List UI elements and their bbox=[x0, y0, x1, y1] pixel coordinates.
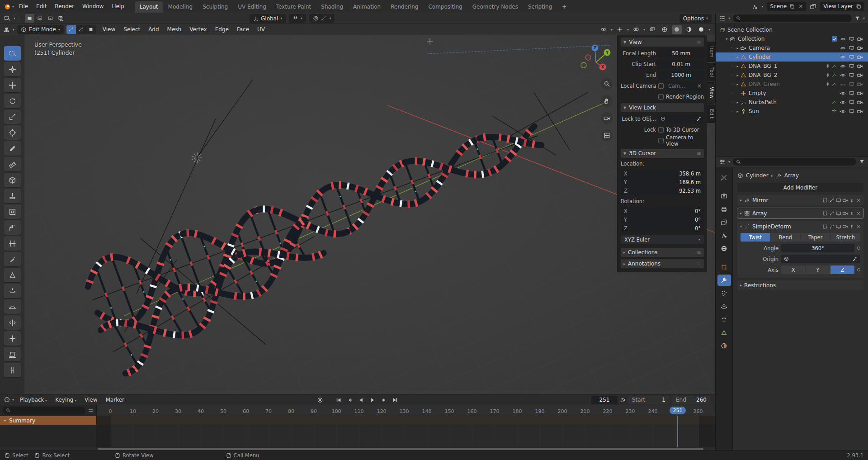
outliner-collection-row[interactable]: ▾ Collection bbox=[716, 34, 868, 43]
outliner-item-dna_bg_1[interactable]: •▸DNA_BG_1 bbox=[716, 62, 868, 71]
filter-icon[interactable] bbox=[854, 15, 860, 21]
viewport-menu-face[interactable]: Face bbox=[233, 25, 253, 34]
annotations-panel-header[interactable]: ▸ Annotations ≡ bbox=[621, 259, 704, 268]
tool-bevel[interactable] bbox=[4, 220, 21, 235]
viewport-menu-vertex[interactable]: Vertex bbox=[185, 25, 211, 34]
add-modifier-button[interactable]: Add Modifier bbox=[737, 183, 863, 192]
render-camera-icon[interactable] bbox=[857, 81, 863, 87]
origin-field[interactable] bbox=[781, 255, 860, 263]
clip-end-field[interactable]: 1000 m bbox=[658, 71, 704, 79]
on-cage-toggle-icon[interactable] bbox=[822, 198, 828, 203]
overlays-icon-button[interactable] bbox=[631, 25, 641, 34]
screen-icon[interactable] bbox=[849, 63, 854, 69]
to-3d-cursor-checkbox[interactable] bbox=[658, 127, 664, 133]
tool-extrude[interactable] bbox=[4, 189, 21, 203]
expand-caret-icon[interactable]: ▸ bbox=[735, 64, 741, 68]
extras-menu-icon[interactable] bbox=[849, 211, 855, 216]
clip-start-field[interactable]: 0.01 m bbox=[658, 60, 704, 68]
edge-select-button[interactable] bbox=[76, 25, 86, 34]
eye-icon[interactable] bbox=[840, 54, 846, 60]
eyedropper-icon[interactable] bbox=[696, 116, 702, 122]
axis-x[interactable]: X bbox=[781, 266, 805, 274]
lock-to-object-field[interactable] bbox=[658, 115, 704, 123]
tool-inset[interactable] bbox=[4, 204, 21, 219]
viewport-menu-view[interactable]: View bbox=[99, 25, 119, 34]
preview-range-icon[interactable] bbox=[620, 397, 626, 403]
select-extend[interactable] bbox=[35, 14, 45, 23]
properties-tab-scene[interactable] bbox=[717, 230, 731, 241]
tool-shrink-fatten[interactable] bbox=[4, 331, 21, 346]
tool-smooth[interactable] bbox=[4, 299, 21, 314]
properties-tab-constraints[interactable] bbox=[717, 314, 731, 325]
workspace-tab-layout[interactable]: Layout bbox=[135, 1, 163, 13]
workspace-tab-sculpting[interactable]: Sculpting bbox=[198, 1, 233, 13]
breadcrumb-modifier[interactable]: Array bbox=[784, 172, 799, 179]
play-reverse-button[interactable] bbox=[356, 395, 367, 404]
expand-caret-icon[interactable]: ▸ bbox=[735, 55, 741, 59]
menu-edit[interactable]: Edit bbox=[32, 2, 51, 11]
properties-tab-view-layer[interactable] bbox=[717, 217, 731, 228]
expand-caret-icon[interactable]: ▸ bbox=[735, 82, 741, 86]
editor-type-icon[interactable] bbox=[3, 26, 10, 33]
cursor-z-field[interactable]: Z-92.53 m bbox=[621, 187, 704, 195]
eye-icon[interactable] bbox=[840, 109, 846, 114]
delete-modifier-icon[interactable]: × bbox=[856, 223, 861, 230]
shading-solid-button[interactable] bbox=[672, 25, 682, 34]
eye-icon[interactable] bbox=[840, 72, 846, 78]
outliner-item-dna_bg_2[interactable]: •▸DNA_BG_2 bbox=[716, 71, 868, 80]
next-keyframe-button[interactable] bbox=[379, 395, 389, 404]
eyedropper-icon[interactable] bbox=[852, 256, 858, 262]
active-tool-icon[interactable] bbox=[4, 15, 10, 22]
tool-annotate[interactable] bbox=[4, 141, 21, 156]
realtime-toggle-icon[interactable] bbox=[836, 224, 841, 229]
screen-icon[interactable] bbox=[849, 72, 854, 78]
select-intersect[interactable] bbox=[56, 14, 66, 23]
pan-hand-button[interactable] bbox=[601, 95, 613, 107]
tool-rotate[interactable] bbox=[4, 94, 21, 108]
grid-ortho-button[interactable] bbox=[601, 129, 613, 141]
tool-cursor[interactable] bbox=[4, 62, 21, 76]
angle-field[interactable]: 360° bbox=[781, 244, 854, 252]
render-camera-icon[interactable] bbox=[857, 54, 863, 60]
cursor-rx-field[interactable]: X0° bbox=[621, 207, 704, 215]
axis-y[interactable]: Y bbox=[806, 266, 830, 274]
vertex-select-button[interactable] bbox=[66, 25, 76, 34]
properties-tab-material[interactable] bbox=[717, 340, 731, 351]
tool-loop-cut[interactable] bbox=[4, 236, 21, 251]
deform-mode-twist[interactable]: Twist bbox=[741, 233, 770, 242]
tool-select-box[interactable] bbox=[4, 46, 21, 61]
transform-orientation-dropdown[interactable]: Global ▾ bbox=[250, 14, 286, 23]
outliner-item-cylinder[interactable]: •▸Cylinder bbox=[716, 52, 868, 62]
workspace-tab-texture-paint[interactable]: Texture Paint bbox=[271, 1, 316, 13]
select-subtract[interactable] bbox=[46, 14, 55, 23]
timeline-scrollbar[interactable] bbox=[98, 448, 703, 450]
local-camera-field[interactable]: Cam... × bbox=[666, 82, 704, 90]
outliner-scene-collection-row[interactable]: Scene Collection bbox=[716, 25, 868, 34]
shading-rendered-button[interactable] bbox=[696, 25, 706, 34]
expand-caret-icon[interactable]: ▸ bbox=[735, 100, 741, 104]
properties-tab-object-data[interactable] bbox=[717, 327, 731, 338]
view-panel-header[interactable]: ▼ View ≡ bbox=[621, 38, 704, 47]
summary-channel[interactable]: ▾ Summary bbox=[0, 416, 96, 425]
timeline-menu-marker[interactable]: Marker bbox=[101, 395, 128, 404]
new-scene-icon[interactable] bbox=[789, 4, 795, 9]
outliner-search-input[interactable] bbox=[733, 14, 852, 22]
axis-z[interactable]: Z bbox=[830, 266, 854, 274]
focal-length-field[interactable]: 50 mm bbox=[658, 49, 704, 57]
n-panel-tab-edit[interactable]: Edit bbox=[707, 104, 715, 123]
blender-logo[interactable] bbox=[4, 3, 11, 10]
tool-poly-build[interactable] bbox=[4, 268, 21, 282]
editor-type-icon[interactable] bbox=[4, 396, 10, 403]
tool-shear[interactable] bbox=[4, 347, 21, 361]
render-camera-icon[interactable] bbox=[857, 90, 863, 96]
properties-tab-render[interactable] bbox=[717, 190, 731, 202]
screen-icon[interactable] bbox=[849, 54, 854, 60]
snap-dropdown[interactable]: ▾ bbox=[289, 14, 306, 23]
camera-to-view-checkbox[interactable] bbox=[658, 138, 664, 143]
viewport-menu-edge[interactable]: Edge bbox=[211, 25, 233, 34]
expand-caret-icon[interactable]: ▸ bbox=[735, 73, 741, 77]
screen-icon[interactable] bbox=[849, 36, 854, 42]
render-camera-icon[interactable] bbox=[857, 36, 863, 42]
dopesheet-area[interactable] bbox=[97, 416, 715, 447]
scene-selector[interactable]: Scene × bbox=[767, 2, 807, 11]
